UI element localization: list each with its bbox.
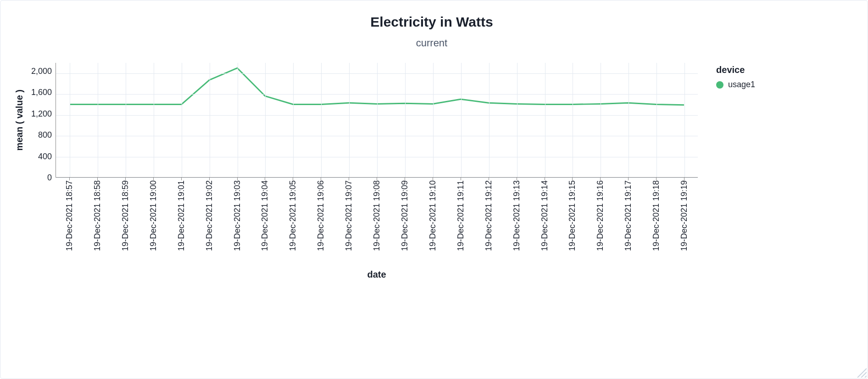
x-tick-label: 19-Dec-2021 19:07 <box>344 180 354 251</box>
resize-handle-icon[interactable] <box>856 367 867 378</box>
x-tick-label: 19-Dec-2021 19:04 <box>260 180 270 251</box>
legend-swatch-icon <box>716 81 723 89</box>
x-tick-label: 19-Dec-2021 19:16 <box>595 180 605 251</box>
svg-line-1 <box>861 372 867 378</box>
x-tick-label: 19-Dec-2021 19:19 <box>679 180 689 251</box>
y-tick-label: 1,600 <box>31 88 52 96</box>
plot-area[interactable] <box>56 63 698 178</box>
legend-title: device <box>716 65 755 75</box>
chart-body: mean ( value ) 2,0001,6001,2008004000 19… <box>14 63 849 280</box>
y-tick-label: 2,000 <box>31 67 52 75</box>
x-axis-ticks: 19-Dec-2021 18:5719-Dec-2021 18:5819-Dec… <box>56 180 698 268</box>
x-tick-label: 19-Dec-2021 19:05 <box>288 180 298 251</box>
legend-label: usage1 <box>728 80 755 89</box>
y-tick-label: 0 <box>31 173 52 182</box>
y-tick-label: 1,200 <box>31 110 52 118</box>
x-tick-label: 19-Dec-2021 18:59 <box>120 180 130 251</box>
chart-titles: Electricity in Watts current <box>14 14 849 49</box>
x-tick-label: 19-Dec-2021 19:17 <box>623 180 633 251</box>
x-tick-label: 19-Dec-2021 19:12 <box>484 180 493 251</box>
legend: device usage1 <box>716 65 755 89</box>
y-tick-label: 400 <box>31 152 52 161</box>
x-tick-label: 19-Dec-2021 19:10 <box>428 180 437 251</box>
x-tick-label: 19-Dec-2021 19:15 <box>568 180 577 251</box>
x-tick-label: 19-Dec-2021 19:13 <box>512 180 521 251</box>
x-tick-label: 19-Dec-2021 19:03 <box>232 180 242 251</box>
y-axis: mean ( value ) 2,0001,6001,2008004000 <box>14 63 56 178</box>
x-tick-label: 19-Dec-2021 18:57 <box>65 180 74 251</box>
x-tick-label: 19-Dec-2021 19:06 <box>316 180 326 251</box>
legend-items: usage1 <box>716 80 755 89</box>
x-tick-label: 19-Dec-2021 19:08 <box>372 180 382 251</box>
chart-subtitle: current <box>14 37 849 49</box>
chart-panel: Electricity in Watts current mean ( valu… <box>0 0 868 379</box>
chart-title: Electricity in Watts <box>14 14 849 30</box>
x-tick-label: 19-Dec-2021 19:01 <box>176 180 186 251</box>
x-tick-label: 19-Dec-2021 19:14 <box>540 180 549 251</box>
plot-column: 19-Dec-2021 18:5719-Dec-2021 18:5819-Dec… <box>56 63 698 280</box>
x-tick-label: 19-Dec-2021 19:09 <box>400 180 409 251</box>
y-axis-label: mean ( value ) <box>14 89 25 150</box>
x-tick-label: 19-Dec-2021 19:02 <box>204 180 214 251</box>
legend-item[interactable]: usage1 <box>716 80 755 89</box>
y-tick-label: 800 <box>31 131 52 139</box>
x-tick-label: 19-Dec-2021 19:18 <box>651 180 661 251</box>
svg-line-2 <box>865 376 867 378</box>
x-tick-label: 19-Dec-2021 19:11 <box>456 180 465 251</box>
y-axis-ticks: 2,0001,6001,2008004000 <box>31 63 56 178</box>
x-tick-label: 19-Dec-2021 19:00 <box>148 180 158 251</box>
x-tick-label: 19-Dec-2021 18:58 <box>92 180 102 251</box>
svg-line-0 <box>857 368 867 378</box>
x-axis-label: date <box>56 269 698 280</box>
